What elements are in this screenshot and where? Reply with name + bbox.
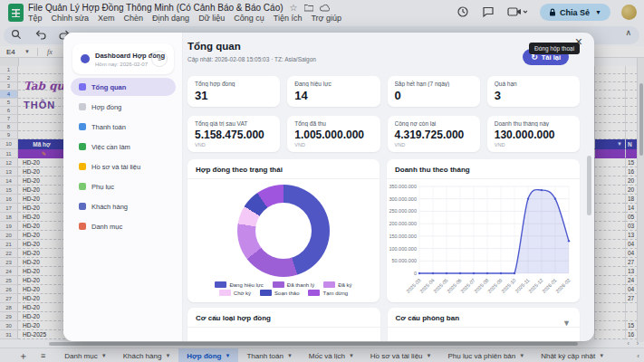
card-index-icon (79, 223, 86, 230)
dashboard-dialog: × Dashboard Hợp đồng Hôm nay: 2026-02-07… (63, 33, 594, 341)
legend-swatch (219, 290, 231, 296)
stat-unit: VND (294, 142, 372, 148)
stat-label: Tổng đã thu (294, 120, 372, 127)
stat-value: 0 (395, 89, 473, 102)
credit-card-icon (79, 123, 86, 130)
svg-text:50.000.000: 50.000.000 (391, 258, 417, 263)
stat-value: 1.005.000.000 (294, 129, 372, 141)
donut-chart[interactable] (237, 185, 330, 277)
folder-icon (79, 163, 86, 170)
scroll-down-icon[interactable]: ▼ (562, 319, 571, 328)
sidebar-item-viec-can-lam[interactable]: Việc cần làm (71, 138, 176, 156)
revenue-chart-card: Doanh thu theo tháng 050.000.000100.000.… (387, 159, 580, 302)
sidebar-item-label: Hồ sơ và tài liệu (91, 163, 140, 171)
legend-swatch (308, 290, 320, 296)
stat-card-ang-hieu-luc: Đang hiệu lực14 (287, 76, 380, 107)
svg-text:250.000.000: 250.000.000 (389, 208, 417, 214)
stat-label: Doanh thu tháng này (495, 120, 572, 127)
legend-swatch (260, 290, 272, 296)
revenue-line-chart[interactable]: 050.000.000100.000.000150.000.000200.000… (387, 179, 580, 300)
stat-value: 14 (294, 89, 372, 102)
contract-type-title: Cơ cấu loại hợp đồng (187, 308, 380, 328)
svg-text:200.000.000: 200.000.000 (389, 221, 417, 226)
bar-chart-icon (79, 83, 86, 90)
status-dot-icon (81, 54, 90, 63)
stat-label: Quá hạn (495, 81, 572, 87)
stat-value: 31 (195, 89, 273, 102)
dashboard-title: Dashboard Hợp đồng (95, 52, 151, 60)
sidebar-item-tong-quan[interactable]: Tổng quan (71, 78, 176, 96)
sidebar-menu-button[interactable]: ≡ (151, 51, 168, 67)
sidebar-item-label: Phụ lục (91, 183, 114, 191)
svg-text:150.000.000: 150.000.000 (389, 233, 417, 239)
sidebar-item-label: Tổng quan (91, 83, 126, 91)
sidebar-item-label: Khách hàng (91, 203, 128, 211)
sidebar-item-phu-luc[interactable]: Phụ lục (71, 177, 176, 195)
stat-card-tong-a-thu: Tổng đã thu1.005.000.000VND (287, 116, 380, 152)
department-title: Cơ cấu phòng ban (388, 308, 581, 328)
charts-row: Hợp đồng theo trạng thái Đang hiệu lựcĐã… (187, 159, 580, 302)
updated-timestamp: Cập nhật: 2026-02-08 15:05:03 · TZ: Asia… (187, 56, 316, 62)
legend-item-cho-ky[interactable]: Chờ ký (219, 290, 251, 296)
sidebar-item-label: Việc cần làm (91, 143, 130, 151)
stat-value: 4.319.725.000 (395, 129, 473, 141)
stat-card-sap-het-han-7-ngay: Sắp hết hạn (7 ngày)0 (388, 76, 480, 107)
stat-unit: VND (495, 142, 572, 148)
legend-item-a-thanh-ly[interactable]: Đã thanh lý (273, 281, 314, 288)
stat-card-qua-han: Quá hạn3 (487, 76, 580, 107)
stat-card-tong-gia-tri-sau-vat: Tổng giá trị sau VAT5.158.475.000VND (187, 116, 280, 152)
dialog-main: Tổng quan Cập nhật: 2026-02-08 15:05:03 … (182, 33, 594, 341)
stat-value: 3 (495, 89, 572, 102)
stats-row-money: Tổng giá trị sau VAT5.158.475.000VNDTổng… (187, 116, 580, 152)
stat-label: Đang hiệu lực (294, 81, 372, 87)
donut-legend: Đang hiệu lựcĐã thanh lýĐã kýChờ kýSoạn … (187, 281, 380, 297)
stat-value: 130.000.000 (495, 129, 572, 141)
sidebar-item-hop-ong[interactable]: Hợp đồng (71, 98, 176, 116)
sidebar-item-thanh-toan[interactable]: Thanh toán (71, 118, 176, 136)
legend-label: Đang hiệu lực (229, 282, 263, 288)
sidebar-item-label: Hợp đồng (91, 103, 121, 111)
close-tooltip: Đóng hộp thoại (529, 43, 580, 54)
department-card: Cơ cấu phòng ban (388, 308, 581, 341)
legend-item-soan-thao[interactable]: Soạn thảo (260, 290, 299, 296)
svg-text:350.000.000: 350.000.000 (389, 184, 417, 189)
people-icon (79, 203, 86, 210)
document-icon (79, 103, 86, 110)
sidebar-item-ho-so-va-tai-lieu[interactable]: Hồ sơ và tài liệu (71, 157, 176, 176)
legend-item-ang-hieu-luc[interactable]: Đang hiệu lực (215, 281, 263, 288)
screen: File Quản Lý Hợp Đồng Thông Minh (Có Cản… (0, 0, 644, 362)
legend-label: Đã ký (338, 282, 351, 288)
line-chart-title: Doanh thu theo tháng (387, 159, 580, 179)
clover-icon (79, 183, 86, 190)
dialog-scrollbar-thumb[interactable] (587, 156, 591, 215)
stat-card-doanh-thu-thang-nay: Doanh thu tháng này130.000.000VND (487, 116, 580, 152)
stat-card-cong-no-con-lai: Công nợ còn lại4.319.725.000VND (388, 116, 480, 152)
contract-type-card: Cơ cấu loại hợp đồng (187, 308, 380, 341)
stat-label: Sắp hết hạn (7 ngày) (395, 81, 473, 87)
stat-label: Công nợ còn lại (395, 120, 473, 127)
dashboard-info-card: Dashboard Hợp đồng Hôm nay: 2026-02-07 ≡ (72, 43, 174, 74)
legend-swatch (273, 281, 284, 288)
legend-item-a-ky[interactable]: Đã ký (323, 281, 351, 288)
sidebar-item-label: Thanh toán (91, 123, 126, 131)
legend-swatch (323, 281, 335, 288)
svg-text:300.000.000: 300.000.000 (389, 196, 417, 202)
check-icon (79, 143, 86, 150)
legend-label: Chờ ký (234, 291, 251, 296)
sidebar-item-khach-hang[interactable]: Khách hàng (71, 197, 176, 215)
legend-item-tam-dung[interactable]: Tạm dừng (308, 290, 348, 296)
bottom-sections-row: Cơ cấu loại hợp đồng Cơ cấu phòng ban (187, 308, 580, 341)
svg-text:100.000.000: 100.000.000 (389, 246, 417, 252)
sidebar-item-label: Danh mục (91, 223, 122, 231)
legend-swatch (215, 281, 226, 288)
sidebar-nav: Tổng quanHợp đồngThanh toánViệc cần làmH… (71, 78, 176, 237)
legend-label: Tạm dừng (322, 291, 348, 296)
stat-unit: VND (195, 142, 273, 148)
dashboard-date: Hôm nay: 2026-02-07 (95, 62, 151, 67)
status-donut-card: Hợp đồng theo trạng thái Đang hiệu lựcĐã… (187, 159, 380, 302)
svg-text:2026-02: 2026-02 (554, 277, 572, 294)
sidebar-item-danh-muc[interactable]: Danh mục (71, 217, 176, 235)
stat-unit: VND (395, 142, 473, 148)
stat-label: Tổng giá trị sau VAT (195, 120, 273, 127)
legend-label: Soạn thảo (274, 291, 299, 296)
